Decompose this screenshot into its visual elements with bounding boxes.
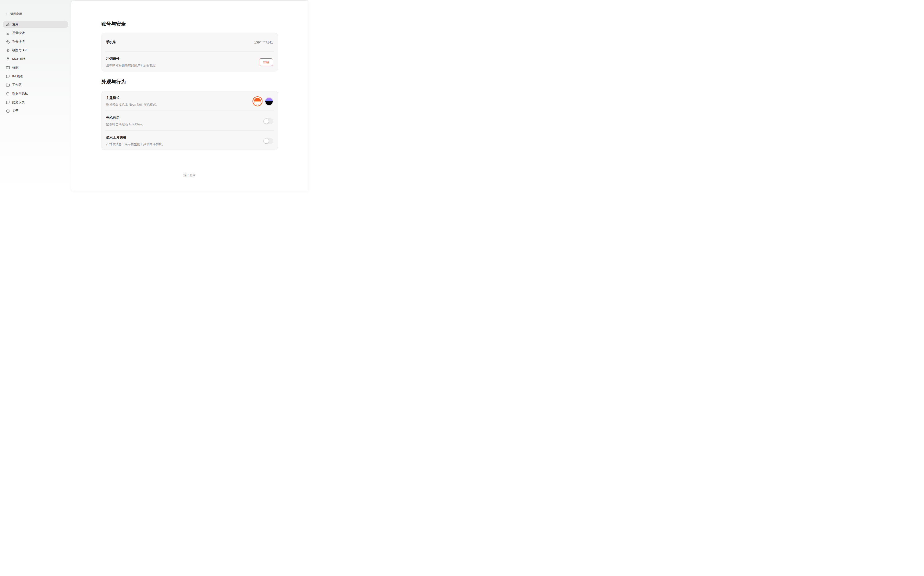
pen-icon — [6, 22, 10, 26]
deactivate-account-button[interactable]: 注销 — [259, 58, 273, 66]
message-square-icon — [6, 75, 10, 78]
coins-icon — [6, 40, 10, 44]
autostart-row: 开机自启 登录时自动启动 AutoClaw。 — [105, 110, 274, 130]
sidebar-item-im-channels[interactable]: IM 频道 — [3, 73, 69, 80]
autostart-label: 开机自启 — [106, 116, 145, 120]
tool-calls-label: 显示工具调用 — [106, 135, 165, 139]
sidebar-item-label: IM 频道 — [12, 74, 22, 78]
autostart-texts: 开机自启 登录时自动启动 AutoClaw。 — [106, 116, 145, 126]
sidebar: 返回应用 通用 用量统计 积分详情 — [0, 0, 71, 192]
app-window: 返回应用 通用 用量统计 积分详情 — [0, 0, 308, 192]
bar-chart-icon — [6, 31, 10, 35]
delete-account-row: 注销账号 注销账号将删除您的账户和所有数据 注销 — [105, 51, 274, 71]
tool-calls-texts: 显示工具调用 在对话消息中展示模型的工具调用详情块。 — [106, 135, 165, 146]
theme-option-light-selected[interactable] — [253, 96, 263, 106]
sidebar-item-data-privacy[interactable]: 数据与隐私 — [3, 90, 69, 98]
sidebar-item-workspace[interactable]: 工作区 — [3, 81, 69, 89]
sidebar-item-label: 数据与隐私 — [12, 92, 28, 96]
arrow-left-icon — [5, 12, 8, 16]
autostart-description: 登录时自动启动 AutoClaw。 — [106, 123, 145, 126]
cpu-icon — [6, 49, 10, 53]
section-title-appearance: 外观与行为 — [101, 78, 278, 85]
info-icon — [6, 109, 10, 113]
toggle-knob — [264, 119, 269, 124]
light-theme-swatch — [254, 98, 261, 105]
appearance-card: 主题模式 选择橙白浅色或 Neon Noir 深色模式。 开机自启 登录时自动启… — [101, 91, 278, 150]
sidebar-item-usage-stats[interactable]: 用量统计 — [3, 29, 69, 37]
theme-mode-texts: 主题模式 选择橙白浅色或 Neon Noir 深色模式。 — [106, 96, 159, 107]
tool-calls-toggle-off[interactable] — [263, 138, 273, 144]
sidebar-item-label: 通用 — [12, 22, 18, 26]
sidebar-item-models-api[interactable]: 模型与 API — [3, 46, 69, 54]
theme-mode-description: 选择橙白浅色或 Neon Noir 深色模式。 — [106, 103, 159, 107]
sidebar-item-credits[interactable]: 积分详情 — [3, 38, 69, 45]
autostart-toggle-off[interactable] — [263, 118, 273, 124]
theme-mode-label: 主题模式 — [106, 96, 159, 100]
sidebar-item-label: MCP 服务 — [12, 57, 26, 61]
shield-icon — [6, 92, 10, 96]
sidebar-item-skills[interactable]: 技能 — [3, 64, 69, 72]
book-open-icon — [6, 66, 10, 70]
theme-options — [253, 96, 273, 106]
phone-row: 手机号 139****7141 — [105, 33, 274, 51]
settings-content: 账号与安全 手机号 139****7141 注销账号 注销账号将删除您的账户和所… — [101, 1, 278, 182]
sidebar-item-label: 积分详情 — [12, 40, 25, 44]
main-panel: 账号与安全 手机号 139****7141 注销账号 注销账号将删除您的账户和所… — [71, 1, 308, 191]
delete-account-description: 注销账号将删除您的账户和所有数据 — [106, 64, 156, 67]
section-title-account: 账号与安全 — [101, 21, 278, 27]
sidebar-item-mcp[interactable]: MCP 服务 — [3, 55, 69, 63]
folder-icon — [6, 83, 10, 87]
theme-mode-row: 主题模式 选择橙白浅色或 Neon Noir 深色模式。 — [105, 91, 274, 110]
phone-value: 139****7141 — [254, 40, 273, 44]
sidebar-nav: 通用 用量统计 积分详情 模型与 API — [3, 21, 69, 115]
sidebar-item-label: 关于 — [12, 109, 18, 113]
sidebar-item-general[interactable]: 通用 — [3, 21, 69, 28]
sidebar-item-label: 提交反馈 — [12, 100, 25, 104]
delete-account-label: 注销账号 — [106, 57, 156, 61]
sidebar-item-feedback[interactable]: 提交反馈 — [3, 99, 69, 106]
toggle-knob — [264, 139, 269, 143]
sidebar-item-label: 技能 — [12, 66, 18, 70]
plug-icon — [6, 57, 10, 61]
phone-label: 手机号 — [106, 40, 116, 45]
back-label: 返回应用 — [10, 12, 22, 16]
sidebar-item-about[interactable]: 关于 — [3, 107, 69, 115]
logout-button[interactable]: 退出登录 — [101, 173, 278, 182]
theme-option-dark[interactable] — [265, 97, 273, 106]
message-plus-icon — [6, 101, 10, 104]
sidebar-item-label: 用量统计 — [12, 31, 25, 35]
sidebar-item-label: 模型与 API — [12, 48, 27, 53]
tool-calls-row: 显示工具调用 在对话消息中展示模型的工具调用详情块。 — [105, 130, 274, 150]
sidebar-item-label: 工作区 — [12, 83, 22, 87]
delete-account-texts: 注销账号 注销账号将删除您的账户和所有数据 — [106, 57, 156, 67]
account-card: 手机号 139****7141 注销账号 注销账号将删除您的账户和所有数据 注销 — [101, 33, 278, 72]
tool-calls-description: 在对话消息中展示模型的工具调用详情块。 — [106, 142, 165, 146]
back-button[interactable]: 返回应用 — [5, 12, 71, 16]
